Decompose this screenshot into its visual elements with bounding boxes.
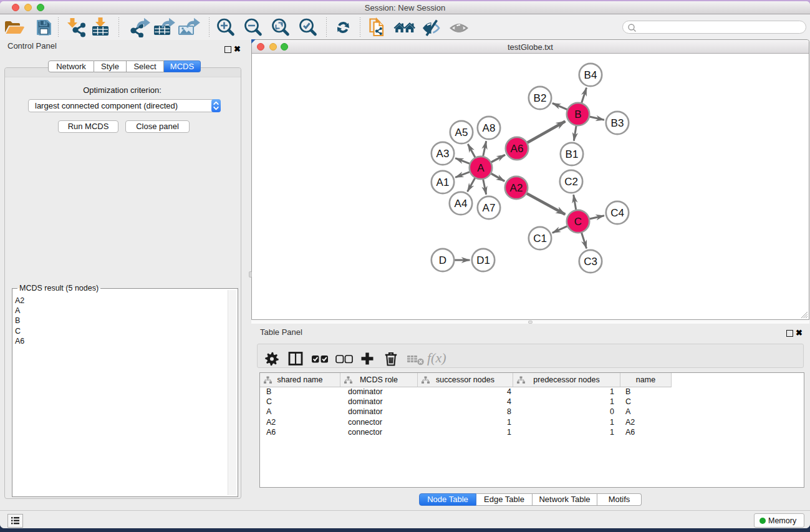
svg-text:C3: C3	[584, 256, 597, 268]
svg-text:C4: C4	[610, 207, 624, 219]
svg-text:C1: C1	[533, 233, 547, 244]
svg-text:D1: D1	[476, 254, 490, 266]
svg-text:A8: A8	[483, 122, 496, 134]
svg-text:A3: A3	[436, 148, 450, 160]
svg-text:B: B	[574, 109, 581, 120]
svg-text:C: C	[574, 216, 582, 228]
svg-text:B2: B2	[534, 92, 547, 104]
svg-text:A: A	[477, 162, 485, 174]
svg-text:A1: A1	[436, 177, 450, 188]
svg-text:B1: B1	[566, 148, 579, 160]
svg-text:B3: B3	[611, 117, 624, 129]
svg-text:A6: A6	[511, 143, 524, 155]
svg-text:A2: A2	[510, 182, 523, 194]
svg-text:A4: A4	[455, 198, 468, 210]
svg-text:B4: B4	[584, 69, 597, 81]
svg-text:C2: C2	[564, 176, 578, 188]
svg-text:A7: A7	[483, 202, 496, 214]
svg-text:A5: A5	[455, 127, 468, 138]
svg-text:D: D	[439, 254, 446, 266]
